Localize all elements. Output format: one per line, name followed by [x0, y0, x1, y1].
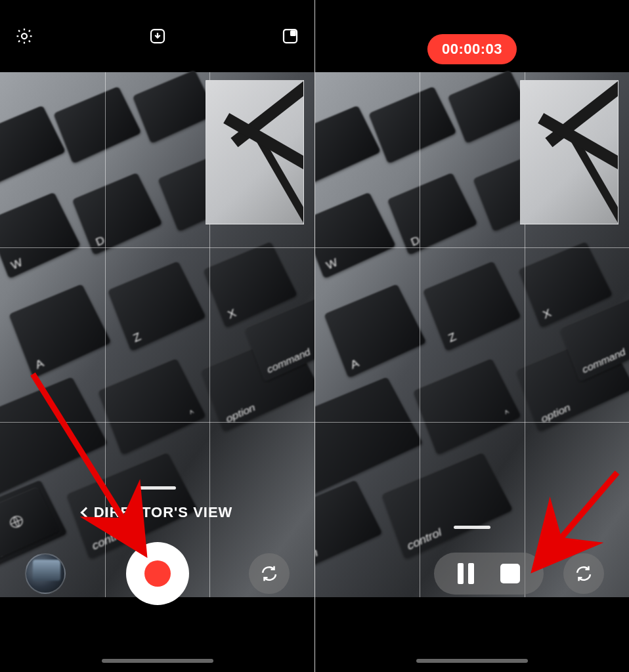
pip-layout-icon	[280, 26, 300, 46]
pip-preview[interactable]	[520, 80, 618, 224]
bottom-controls	[315, 541, 629, 606]
switch-camera-button[interactable]	[249, 553, 290, 594]
layout-button[interactable]	[279, 25, 301, 47]
gallery-thumbnail[interactable]	[25, 553, 66, 594]
home-indicator	[102, 659, 213, 663]
pip-preview[interactable]	[206, 80, 304, 224]
gear-icon	[14, 26, 34, 46]
download-tray-icon	[148, 26, 167, 46]
drawer-handle[interactable]	[454, 526, 490, 529]
mode-selector[interactable]: DIRECTOR'S VIEW	[0, 504, 314, 521]
pause-icon	[458, 563, 474, 584]
camera-screen-idle: W D A Z X ＾ option command fn control DI…	[0, 0, 314, 672]
svg-rect-3	[290, 30, 296, 36]
grid-line	[420, 72, 420, 597]
stop-icon	[500, 564, 520, 583]
grid-line	[315, 422, 629, 423]
record-dot-icon	[144, 560, 171, 587]
stop-button[interactable]	[500, 564, 520, 583]
svg-point-0	[22, 33, 27, 39]
grid-line	[0, 247, 314, 248]
switch-camera-button[interactable]	[563, 553, 604, 594]
bottom-controls	[0, 541, 314, 606]
mode-label-text: DIRECTOR'S VIEW	[94, 504, 233, 521]
switch-camera-icon	[259, 564, 279, 583]
top-toolbar	[0, 0, 314, 72]
grid-line	[315, 247, 629, 248]
switch-camera-icon	[574, 564, 594, 583]
home-indicator	[416, 659, 528, 663]
recording-timer: 00:00:03	[427, 34, 517, 64]
save-button[interactable]	[146, 25, 169, 47]
record-button[interactable]	[126, 542, 189, 605]
camera-viewfinder[interactable]: W D A Z X ＾ option command fn control	[315, 72, 629, 597]
drawer-handle[interactable]	[139, 486, 176, 490]
recording-time-text: 00:00:03	[442, 41, 502, 57]
pause-button[interactable]	[458, 563, 474, 584]
recording-controls	[434, 553, 544, 595]
chevron-left-icon	[80, 507, 91, 518]
camera-screen-recording: 00:00:03 W D A Z X ＾ option command fn c…	[314, 0, 629, 672]
settings-button[interactable]	[13, 25, 35, 47]
grid-line	[0, 422, 314, 423]
